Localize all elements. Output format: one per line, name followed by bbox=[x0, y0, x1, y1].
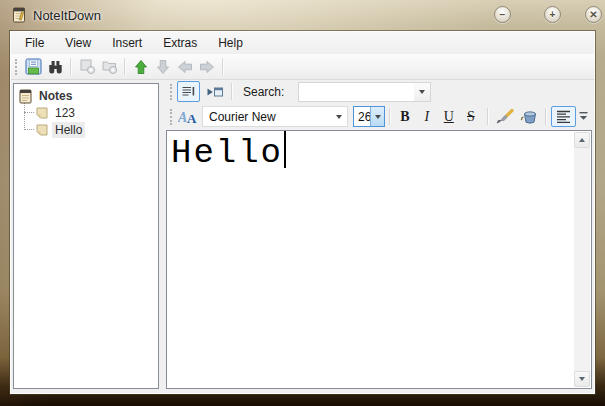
triangle-down-icon bbox=[579, 377, 585, 381]
toolbar-grip[interactable] bbox=[170, 84, 172, 100]
tree-connector bbox=[24, 129, 34, 130]
minimize-icon: − bbox=[500, 10, 506, 20]
tree-connector bbox=[24, 112, 34, 113]
tree-item-label-selected: Hello bbox=[52, 122, 85, 138]
text-caret bbox=[284, 131, 286, 168]
move-down-button-disabled[interactable] bbox=[152, 56, 174, 78]
triangle-up-icon bbox=[579, 138, 585, 142]
toolbar-grip[interactable] bbox=[170, 109, 172, 125]
arrow-up-icon bbox=[133, 59, 149, 75]
chevron-down-icon bbox=[336, 115, 342, 119]
highlight-color-button[interactable] bbox=[517, 107, 541, 127]
search-dropdown-button[interactable] bbox=[414, 83, 430, 101]
editor-scrollbar[interactable] bbox=[574, 132, 590, 387]
navigate-forward-button-disabled[interactable] bbox=[196, 56, 218, 78]
main-toolbar bbox=[11, 54, 594, 80]
bold-button[interactable]: B bbox=[395, 107, 414, 127]
app-icon bbox=[11, 7, 27, 23]
note-text-icon bbox=[181, 84, 196, 99]
tree-item-hello[interactable]: Hello bbox=[36, 122, 85, 138]
font-picker-button[interactable]: A A bbox=[177, 107, 199, 127]
font-size-combobox[interactable]: 26 bbox=[353, 106, 385, 127]
titlebar[interactable]: NoteItDown − + ✕ bbox=[0, 0, 605, 31]
maximize-button[interactable]: + bbox=[544, 6, 561, 23]
italic-button[interactable]: I bbox=[417, 107, 436, 127]
search-combobox bbox=[298, 82, 431, 102]
app-window: { "window": { "title": "NoteItDown", "co… bbox=[0, 0, 605, 406]
note-content: Hello bbox=[171, 134, 283, 172]
font-size-dropdown-button[interactable] bbox=[370, 107, 384, 126]
align-left-button[interactable] bbox=[551, 106, 576, 127]
move-up-button[interactable] bbox=[130, 56, 152, 78]
panel-splitter[interactable] bbox=[159, 83, 166, 389]
editor-text: Hello bbox=[171, 131, 591, 173]
add-note-button-disabled[interactable] bbox=[76, 56, 98, 78]
toolbar-separator bbox=[545, 108, 547, 125]
menu-extras[interactable]: Extras bbox=[154, 33, 206, 53]
font-name-value: Courier New bbox=[203, 110, 276, 124]
font-name-combobox[interactable]: Courier New bbox=[202, 106, 348, 127]
chevron-down-icon bbox=[375, 115, 381, 119]
search-input[interactable] bbox=[301, 84, 412, 100]
toolbar-separator bbox=[231, 83, 233, 100]
sticky-note-icon bbox=[36, 107, 48, 119]
toolbar-grip[interactable] bbox=[15, 59, 17, 75]
svg-text:A: A bbox=[187, 111, 197, 125]
note-editor[interactable]: Hello bbox=[166, 130, 592, 389]
font-color-button[interactable] bbox=[493, 107, 517, 127]
underline-button[interactable]: U bbox=[439, 107, 458, 127]
jump-to-note-button[interactable] bbox=[203, 81, 227, 102]
paint-bucket-icon bbox=[519, 108, 539, 125]
notes-tree: Notes 123 Hello bbox=[14, 84, 158, 388]
search-toolbar: Search: bbox=[166, 80, 592, 103]
close-button[interactable]: ✕ bbox=[585, 6, 602, 23]
note-section: Search: A A Courier Ne bbox=[166, 80, 592, 389]
font-name-dropdown-button[interactable] bbox=[332, 107, 347, 126]
menu-file[interactable]: File bbox=[16, 33, 53, 53]
content-area: Notes 123 Hello bbox=[11, 80, 594, 393]
toolbar-separator bbox=[222, 58, 224, 75]
toolbar-separator bbox=[70, 58, 72, 75]
arrow-down-icon bbox=[155, 59, 171, 75]
paintbrush-icon bbox=[495, 108, 515, 125]
notepad-icon bbox=[19, 89, 32, 104]
sticky-note-icon bbox=[36, 124, 48, 136]
align-left-icon bbox=[556, 110, 571, 124]
tree-root-label: Notes bbox=[36, 88, 75, 104]
save-icon bbox=[25, 58, 42, 75]
note-text-toggle-button[interactable] bbox=[177, 81, 200, 102]
scroll-down-button[interactable] bbox=[574, 371, 590, 387]
window-title: NoteItDown bbox=[33, 8, 101, 23]
format-toolbar: A A Courier New 26 B bbox=[166, 103, 592, 130]
overflow-chevron-icon bbox=[579, 111, 588, 122]
add-note-icon bbox=[79, 58, 96, 75]
navigate-back-button-disabled[interactable] bbox=[174, 56, 196, 78]
tree-item-label: 123 bbox=[52, 105, 78, 121]
arrow-left-icon bbox=[177, 59, 193, 75]
strikethrough-button[interactable]: S bbox=[461, 107, 480, 127]
menu-help[interactable]: Help bbox=[209, 33, 252, 53]
toolbar-separator bbox=[124, 58, 126, 75]
add-folder-icon bbox=[101, 58, 118, 75]
tree-root-notes[interactable]: Notes bbox=[19, 88, 75, 104]
maximize-icon: + bbox=[550, 10, 556, 20]
toolbar-separator bbox=[487, 108, 489, 125]
arrow-right-icon bbox=[199, 59, 215, 75]
scroll-up-button[interactable] bbox=[574, 132, 590, 148]
tree-item-123[interactable]: 123 bbox=[36, 105, 78, 121]
font-size-value: 26 bbox=[354, 110, 371, 124]
find-button[interactable] bbox=[44, 56, 66, 78]
jump-to-note-icon bbox=[206, 85, 224, 99]
menu-insert[interactable]: Insert bbox=[103, 33, 151, 53]
toolbar-overflow-button[interactable] bbox=[576, 107, 590, 127]
minimize-button[interactable]: − bbox=[494, 6, 511, 23]
notes-tree-panel: Notes 123 Hello bbox=[13, 83, 159, 389]
client-area: File View Insert Extras Help bbox=[10, 31, 595, 394]
search-label: Search: bbox=[243, 85, 284, 99]
save-button[interactable] bbox=[22, 56, 44, 78]
menu-view[interactable]: View bbox=[56, 33, 100, 53]
binoculars-icon bbox=[47, 59, 64, 75]
close-icon: ✕ bbox=[589, 10, 597, 20]
add-folder-button-disabled[interactable] bbox=[98, 56, 120, 78]
tree-connector bbox=[24, 103, 25, 130]
